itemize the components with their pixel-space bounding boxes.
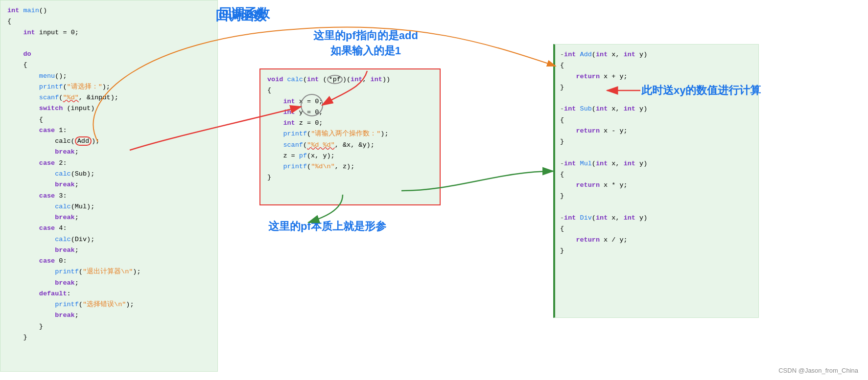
code-line: {: [560, 60, 751, 71]
code-line: int main(): [7, 5, 211, 16]
code-line: scanf("%d %d", &x, &y);: [267, 140, 433, 151]
code-line: break;: [7, 212, 211, 223]
code-line: z = pf(x, y);: [267, 151, 433, 161]
annotation-pf-add: 这里的pf指向的是add 如果输入的是1: [313, 28, 418, 59]
code-line: case 3:: [7, 191, 211, 201]
code-line: calc(Add);: [7, 136, 211, 147]
code-line: printf("请选择：");: [7, 82, 211, 92]
code-line: [560, 202, 751, 213]
code-line: calc(Mul);: [7, 201, 211, 212]
code-line: -int Div(int x, int y): [560, 213, 751, 224]
left-code-panel: int main() { int input = 0; do { menu();…: [0, 0, 218, 372]
title-annotation: 回调函数: [219, 5, 270, 22]
annotation-pf-param: 这里的pf本质上就是形参: [268, 219, 386, 234]
code-line: case 0:: [7, 256, 211, 267]
code-line: do: [7, 49, 211, 60]
code-line: break;: [7, 278, 211, 289]
code-line: void calc(int (*pf)(int, int)): [267, 74, 433, 85]
code-line: int z = 0;: [267, 118, 433, 129]
code-line: break;: [7, 310, 211, 321]
code-line: int x = 0;: [267, 96, 433, 107]
code-line: case 4:: [7, 223, 211, 234]
code-line: return x * y;: [560, 180, 751, 191]
code-line: {: [560, 115, 751, 126]
code-line: switch (input): [7, 103, 211, 114]
code-line: }: [267, 172, 433, 183]
code-line: scanf("%d", &input);: [7, 92, 211, 103]
code-line: menu();: [7, 71, 211, 82]
code-line: printf("退出计算器\n");: [7, 267, 211, 277]
code-line: }: [7, 332, 211, 343]
annotation-xy-calc: 此时送xy的数值进行计算: [641, 83, 761, 98]
code-line: printf("选择错误\n");: [7, 299, 211, 310]
code-line: default:: [7, 289, 211, 299]
code-line: calc(Div);: [7, 234, 211, 245]
code-line: {: [7, 16, 211, 27]
code-line: -int Add(int x, int y): [560, 49, 751, 60]
code-line: return x - y;: [560, 126, 751, 136]
code-line: -int Sub(int x, int y): [560, 104, 751, 114]
code-line: [560, 147, 751, 158]
code-line: case 1:: [7, 125, 211, 136]
code-line: case 2:: [7, 158, 211, 169]
csdn-watermark: CSDN @Jason_from_China: [778, 367, 858, 374]
code-line: }: [560, 136, 751, 147]
code-line: break;: [7, 147, 211, 157]
code-line: printf("%d\n", z);: [267, 161, 433, 172]
code-line: }: [560, 246, 751, 256]
code-line: {: [267, 85, 433, 96]
code-line: int input = 0;: [7, 27, 211, 38]
code-line: {: [7, 60, 211, 70]
code-line: {: [560, 169, 751, 180]
code-line: break;: [7, 179, 211, 190]
code-line: {: [7, 114, 211, 125]
code-line: }: [7, 321, 211, 332]
code-line: break;: [7, 245, 211, 256]
code-line: printf("请输入两个操作数：");: [267, 129, 433, 139]
middle-code-panel: void calc(int (*pf)(int, int)) { int x =…: [259, 68, 441, 205]
code-line: -int Mul(int x, int y): [560, 158, 751, 169]
code-line: [7, 38, 211, 49]
code-line: {: [560, 224, 751, 234]
code-line: return x / y;: [560, 235, 751, 246]
code-line: int y = 0;: [267, 107, 433, 118]
code-line: }: [560, 191, 751, 201]
code-line: calc(Sub);: [7, 169, 211, 179]
code-line: return x + y;: [560, 71, 751, 82]
